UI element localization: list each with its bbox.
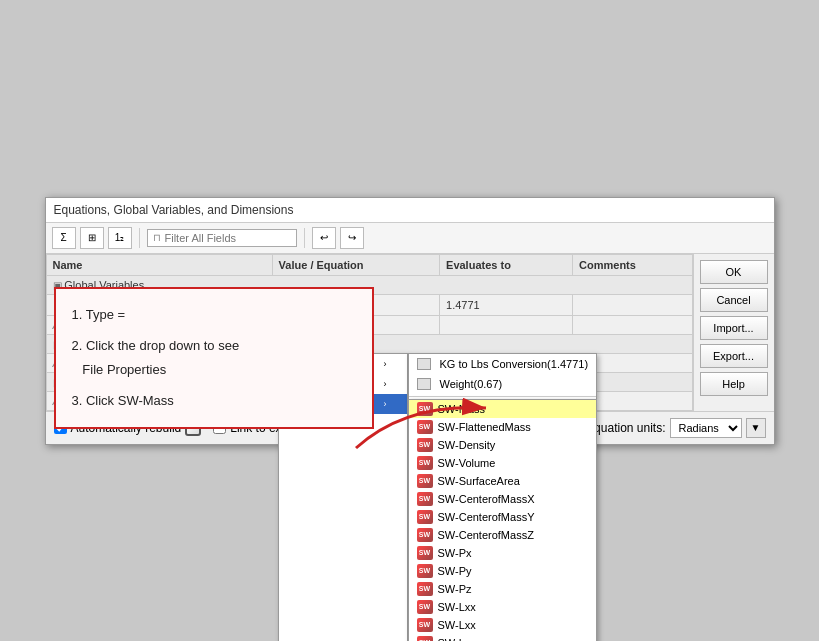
sw-item-surfacearea[interactable]: SW SW-SurfaceArea bbox=[409, 472, 597, 490]
instruction-line2: 2. Click the drop down to see File Prope… bbox=[72, 334, 356, 381]
sw-item-py[interactable]: SW SW-Py bbox=[409, 562, 597, 580]
sw-item-px[interactable]: SW SW-Px bbox=[409, 544, 597, 562]
file-props-submenu-wrapper: KG to Lbs Conversion(1.4771) Weight(0.67… bbox=[408, 353, 598, 642]
sw-item-lxx2[interactable]: SW SW-Lxx bbox=[409, 616, 597, 634]
filter-icon: ⊓ bbox=[153, 232, 161, 243]
sw-item-density[interactable]: SW SW-Density bbox=[409, 436, 597, 454]
sw-flat-icon: SW bbox=[417, 420, 433, 434]
sw-lxz-icon: SW bbox=[417, 636, 433, 642]
units-dropdown-btn[interactable]: ▼ bbox=[746, 418, 766, 438]
ok-button[interactable]: OK bbox=[700, 260, 768, 284]
sub-item-weight[interactable]: Weight(0.67) bbox=[409, 374, 597, 394]
filter-field[interactable] bbox=[165, 232, 275, 244]
sw-comx-icon: SW bbox=[417, 492, 433, 506]
sw-density-icon: SW bbox=[417, 438, 433, 452]
sw-lxx1-icon: SW bbox=[417, 600, 433, 614]
col-equation: Value / Equation bbox=[272, 254, 439, 275]
sw-properties-menu[interactable]: SW SW-Mass SW SW-FlattenedMass SW SW-Den… bbox=[408, 399, 598, 642]
dialog-title: Equations, Global Variables, and Dimensi… bbox=[54, 203, 294, 217]
dim-btn[interactable]: 1₂ bbox=[108, 227, 132, 249]
sw-item-mass[interactable]: SW SW-Mass bbox=[409, 400, 597, 418]
instruction-line3: 3. Click SW-Mass bbox=[72, 389, 356, 412]
separator1 bbox=[139, 228, 140, 248]
cancel-button[interactable]: Cancel bbox=[700, 288, 768, 312]
sw-mass-icon: SW bbox=[417, 402, 433, 416]
sub-separator bbox=[409, 396, 597, 397]
col-evaluates: Evaluates to bbox=[440, 254, 573, 275]
table-icon-0 bbox=[417, 358, 431, 370]
arrow-icon-2: › bbox=[384, 399, 387, 409]
table-header-row: Name Value / Equation Evaluates to Comme… bbox=[46, 254, 692, 275]
angular-units-select[interactable]: Radians Degrees bbox=[670, 418, 742, 438]
arrow-icon-1: › bbox=[384, 379, 387, 389]
side-buttons: OK Cancel Import... Export... Help bbox=[694, 254, 774, 411]
undo-btn[interactable]: ↩ bbox=[312, 227, 336, 249]
redo-btn[interactable]: ↪ bbox=[340, 227, 364, 249]
sw-item-comz[interactable]: SW SW-CenterofMassZ bbox=[409, 526, 597, 544]
sw-item-lxx1[interactable]: SW SW-Lxx bbox=[409, 598, 597, 616]
sw-py-icon: SW bbox=[417, 564, 433, 578]
global-vars-btn[interactable]: ⊞ bbox=[80, 227, 104, 249]
separator2 bbox=[304, 228, 305, 248]
sw-item-pz[interactable]: SW SW-Pz bbox=[409, 580, 597, 598]
instruction-box: 1. Type = 2. Click the drop down to see … bbox=[54, 287, 374, 429]
sw-item-flattenedmass[interactable]: SW SW-FlattenedMass bbox=[409, 418, 597, 436]
sw-volume-icon: SW bbox=[417, 456, 433, 470]
file-props-top-menu: KG to Lbs Conversion(1.4771) Weight(0.67… bbox=[408, 353, 598, 399]
import-button[interactable]: Import... bbox=[700, 316, 768, 340]
sw-comy-icon: SW bbox=[417, 510, 433, 524]
col-name: Name bbox=[46, 254, 272, 275]
sw-surfacearea-icon: SW bbox=[417, 474, 433, 488]
col-comments: Comments bbox=[573, 254, 692, 275]
sub-item-kg-lbs[interactable]: KG to Lbs Conversion(1.4771) bbox=[409, 354, 597, 374]
sw-item-comy[interactable]: SW SW-CenterofMassY bbox=[409, 508, 597, 526]
title-bar: Equations, Global Variables, and Dimensi… bbox=[46, 198, 774, 223]
sw-lxx2-icon: SW bbox=[417, 618, 433, 632]
sw-px-icon: SW bbox=[417, 546, 433, 560]
filter-input-wrapper: ⊓ bbox=[147, 229, 297, 247]
cell-evaluates: 1.4771 bbox=[440, 294, 573, 315]
dialog: Equations, Global Variables, and Dimensi… bbox=[45, 197, 775, 445]
arrow-icon-0: › bbox=[384, 359, 387, 369]
export-button[interactable]: Export... bbox=[700, 344, 768, 368]
sigma-btn[interactable]: Σ bbox=[52, 227, 76, 249]
sw-comz-icon: SW bbox=[417, 528, 433, 542]
cell-comments bbox=[573, 294, 692, 315]
sw-pz-icon: SW bbox=[417, 582, 433, 596]
sw-item-lxz[interactable]: SW SW-Lxz bbox=[409, 634, 597, 642]
sw-item-volume[interactable]: SW SW-Volume bbox=[409, 454, 597, 472]
table-icon-1 bbox=[417, 378, 431, 390]
toolbar: Σ ⊞ 1₂ ⊓ ↩ ↪ bbox=[46, 223, 774, 254]
instruction-line1: 1. Type = bbox=[72, 303, 356, 326]
help-button[interactable]: Help bbox=[700, 372, 768, 396]
sw-item-comx[interactable]: SW SW-CenterofMassX bbox=[409, 490, 597, 508]
